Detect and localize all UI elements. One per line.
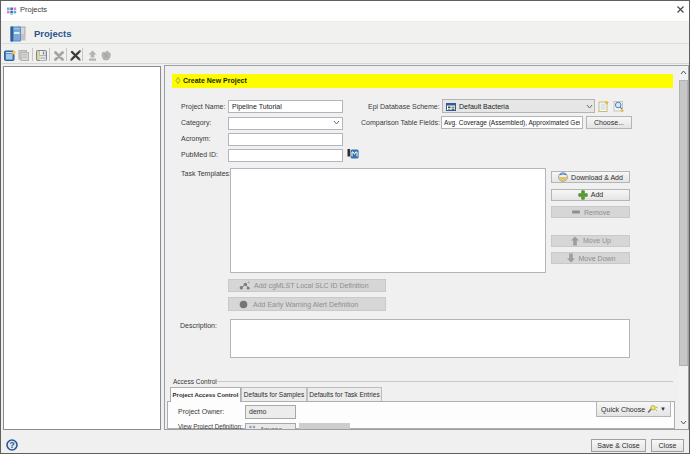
svg-text:?: ? <box>9 440 14 450</box>
